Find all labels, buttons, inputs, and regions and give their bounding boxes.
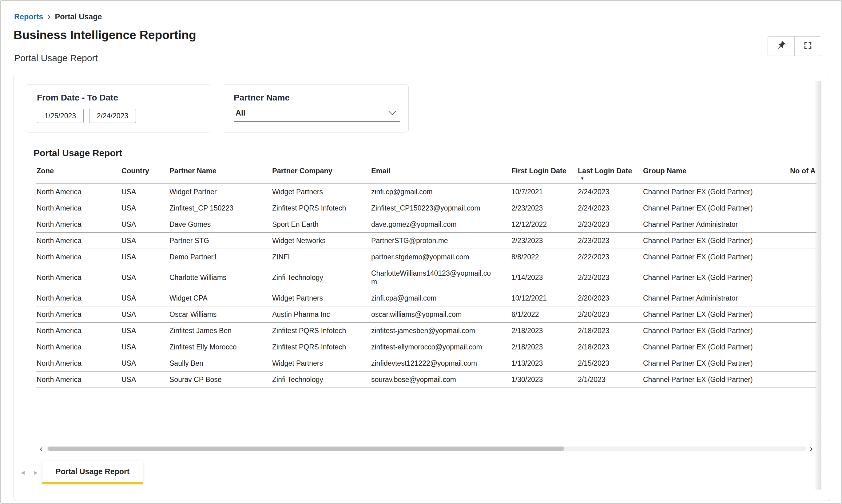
table-cell: USA — [121, 371, 169, 388]
table-row: North AmericaUSADemo Partner1ZINFIpartne… — [36, 249, 817, 265]
table-cell: North America — [36, 200, 121, 216]
table-cell: 2/18/2023 — [511, 322, 577, 339]
tab-next-icon[interactable]: ▸ — [29, 461, 42, 484]
table-cell: North America — [36, 290, 121, 306]
table-cell: USA — [121, 232, 169, 249]
table-cell: Widget CPA — [169, 290, 271, 306]
table-cell: Channel Partner EX (Gold Partner) — [643, 371, 789, 388]
table-cell: Zinfi Technology — [271, 265, 371, 290]
report-table-body: North AmericaUSAWidget PartnerWidget Par… — [36, 183, 817, 388]
tab-label: Portal Usage Report — [56, 467, 129, 476]
table-cell: Channel Partner EX (Gold Partner) — [643, 339, 789, 355]
table-cell: zinfi.cpa@gmail.com — [371, 290, 511, 306]
report-table-container: ZoneCountryPartner NamePartner CompanyEm… — [36, 163, 817, 388]
table-cell: dave.gomez@yopmail.com — [371, 216, 511, 232]
table-cell: 12/12/2022 — [511, 216, 577, 232]
fullscreen-button[interactable] — [794, 37, 821, 56]
table-cell: Oscar Williams — [169, 306, 271, 322]
table-cell: North America — [36, 371, 121, 388]
table-cell: USA — [121, 183, 169, 200]
scroll-right-icon[interactable]: › — [806, 444, 817, 453]
table-cell: USA — [121, 265, 169, 290]
table-cell: 2/23/2023 — [511, 200, 577, 216]
from-date-input[interactable] — [37, 109, 84, 123]
table-cell: 2/18/2023 — [577, 339, 643, 355]
table-row: North AmericaUSAWidget PartnerWidget Par… — [36, 183, 817, 200]
table-row: North AmericaUSAWidget CPAWidget Partner… — [36, 290, 817, 306]
table-cell: Zinfi Technology — [271, 371, 371, 388]
column-header-last-login-date[interactable]: Last Login Date▼ — [577, 163, 643, 183]
table-cell: 10/12/2021 — [511, 290, 577, 306]
table-cell: Channel Partner EX (Gold Partner) — [643, 265, 789, 290]
table-row: North AmericaUSADave GomesSport En Earth… — [36, 216, 817, 232]
table-header-row: ZoneCountryPartner NamePartner CompanyEm… — [36, 163, 817, 183]
horizontal-scrollbar: ‹ › — [36, 445, 817, 453]
report-toolbar — [768, 36, 821, 56]
partner-filter-label: Partner Name — [234, 93, 399, 103]
table-cell: zinfidevtest121222@yopmail.com — [371, 355, 511, 371]
table-cell: USA — [121, 355, 169, 371]
table-cell: 6/1/2022 — [511, 306, 577, 322]
table-cell: Widget Partners — [271, 183, 371, 200]
table-cell: 10/7/2021 — [511, 183, 577, 200]
scrollbar-thumb[interactable] — [48, 447, 564, 451]
table-cell: USA — [121, 306, 169, 322]
page: Reports › Portal Usage Business Intellig… — [0, 0, 842, 504]
table-cell: 8/8/2022 — [511, 249, 577, 265]
table-cell — [789, 216, 817, 232]
table-cell: North America — [36, 183, 121, 200]
tab-portal-usage-report[interactable]: Portal Usage Report — [42, 461, 143, 484]
fullscreen-icon — [803, 41, 812, 51]
table-cell: zinfi.cp@gmail.com — [371, 183, 511, 200]
column-header-email[interactable]: Email — [371, 163, 511, 183]
table-cell: Channel Partner EX (Gold Partner) — [643, 355, 789, 371]
table-row: North AmericaUSAPartner STGWidget Networ… — [36, 232, 817, 249]
column-header-partner-name[interactable]: Partner Name — [169, 163, 271, 183]
table-cell — [789, 183, 817, 200]
table-cell: Zinfitest James Ben — [169, 322, 271, 339]
scrollbar-track[interactable] — [47, 447, 806, 451]
page-title: Business Intelligence Reporting — [14, 28, 196, 42]
table-row: North AmericaUSAZinfitest_CP 150223Zinfi… — [36, 200, 817, 216]
table-cell: Channel Partner EX (Gold Partner) — [643, 306, 789, 322]
breadcrumb-reports-link[interactable]: Reports — [14, 12, 43, 21]
table-cell — [789, 232, 817, 249]
table-cell: Zinfitest PQRS Infotech — [271, 200, 371, 216]
scroll-left-icon[interactable]: ‹ — [36, 444, 47, 453]
column-header-first-login-date[interactable]: First Login Date — [511, 163, 577, 183]
table-cell: 2/22/2023 — [577, 265, 643, 290]
table-cell: 2/15/2023 — [577, 355, 643, 371]
table-cell: USA — [121, 339, 169, 355]
table-cell: Sourav CP Bose — [169, 371, 271, 388]
column-header-country[interactable]: Country — [121, 163, 169, 183]
table-cell — [789, 200, 817, 216]
table-cell: partner.stgdemo@yopmail.com — [371, 249, 511, 265]
table-cell: Saully Ben — [169, 355, 271, 371]
table-row: North AmericaUSASaully BenWidget Partner… — [36, 355, 817, 371]
column-header-group-name[interactable]: Group Name — [643, 163, 789, 183]
table-cell: 1/13/2023 — [511, 355, 577, 371]
table-cell: 2/23/2023 — [511, 232, 577, 249]
table-cell: PartnerSTG@proton.me — [371, 232, 511, 249]
table-cell: Demo Partner1 — [169, 249, 271, 265]
table-cell: sourav.bose@yopmail.com — [371, 371, 511, 388]
table-cell: Zinfitest Elly Morocco — [169, 339, 271, 355]
tab-prev-icon[interactable]: ◂ — [16, 461, 29, 484]
table-cell: Channel Partner EX (Gold Partner) — [643, 232, 789, 249]
table-cell: USA — [121, 200, 169, 216]
partner-name-dropdown[interactable]: All — [234, 106, 400, 122]
table-cell: 2/20/2023 — [577, 306, 643, 322]
table-cell — [789, 339, 817, 355]
portal-usage-table: ZoneCountryPartner NamePartner CompanyEm… — [36, 163, 817, 388]
column-header-partner-company[interactable]: Partner Company — [271, 163, 371, 183]
table-cell: Zinfitest PQRS Infotech — [271, 339, 371, 355]
table-cell: North America — [36, 265, 121, 290]
column-header-no-of-a[interactable]: No of A — [789, 163, 817, 183]
table-cell: Channel Partner EX (Gold Partner) — [643, 322, 789, 339]
table-cell: 2/18/2023 — [577, 322, 643, 339]
to-date-input[interactable] — [89, 109, 136, 123]
column-header-zone[interactable]: Zone — [36, 163, 121, 183]
date-filter-card: From Date - To Date — [25, 85, 211, 132]
pin-button[interactable] — [768, 37, 794, 56]
partner-name-selected-value: All — [235, 108, 245, 118]
